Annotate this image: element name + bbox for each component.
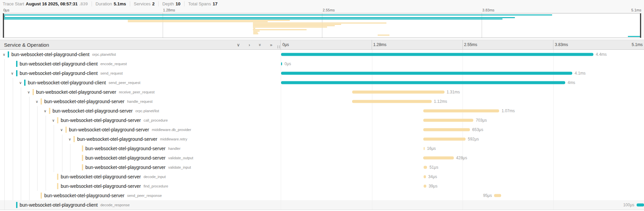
span-bar[interactable] [494, 194, 501, 197]
timeline-gridline [553, 97, 554, 106]
double-chevron-right-icon[interactable]: » [270, 43, 272, 47]
span-name-cell[interactable]: ∨ bun-websocket-otel-playground-server h… [0, 144, 281, 153]
span-bar[interactable] [281, 81, 565, 84]
indent-guide [54, 134, 54, 144]
span-row[interactable]: ∨ bun-websocket-otel-playground-server m… [0, 125, 644, 134]
service-color-swatch [65, 127, 67, 133]
span-name-cell[interactable]: ∨ bun-websocket-otel-playground-server c… [0, 116, 281, 125]
span-name-cell[interactable]: ∨ bun-websocket-otel-playground-server d… [0, 172, 281, 181]
span-name-cell[interactable]: ∨ bun-websocket-otel-playground-server o… [0, 106, 281, 116]
span-timeline-cell[interactable]: 34μs [281, 172, 644, 181]
minimap-left-handle[interactable] [3, 13, 4, 38]
span-row[interactable]: ∨ bun-websocket-otel-playground-client s… [0, 78, 644, 87]
span-duration-label: 592μs [468, 137, 479, 141]
chevron-down-icon[interactable]: ∨ [68, 137, 73, 141]
span-timeline-cell[interactable]: 51μs [281, 163, 644, 172]
span-row[interactable]: ∨ bun-websocket-otel-playground-server d… [0, 172, 644, 181]
span-timeline-cell[interactable]: 653μs [281, 125, 644, 134]
timeline-tick-label: 2.55ms [464, 42, 477, 47]
span-row[interactable]: ∨ bun-websocket-otel-playground-client e… [0, 59, 644, 69]
span-name-cell[interactable]: ∨ bun-websocket-otel-playground-client d… [0, 200, 281, 210]
span-name-cell[interactable]: ∨ bun-websocket-otel-playground-client s… [0, 69, 281, 78]
span-bar[interactable] [352, 100, 432, 103]
span-timeline-cell[interactable]: 1.07ms [281, 106, 644, 116]
span-name-cell[interactable]: ∨ bun-websocket-otel-playground-server s… [0, 191, 281, 200]
span-duration-label: 4.1ms [575, 71, 586, 76]
span-name-cell[interactable]: ∨ bun-websocket-otel-playground-client o… [0, 50, 281, 59]
span-timeline-cell[interactable]: 1.12ms [281, 97, 644, 106]
timeline-gridline [372, 144, 372, 153]
double-chevron-down-icon[interactable]: » [258, 43, 262, 46]
span-name-cell[interactable]: ∨ bun-websocket-otel-playground-client e… [0, 59, 281, 69]
span-row[interactable]: ∨ bun-websocket-otel-playground-server h… [0, 97, 644, 106]
span-timeline-cell[interactable]: 1.31ms [281, 87, 644, 97]
timeline-gridline [553, 87, 554, 97]
span-timeline-cell[interactable]: 39μs [281, 181, 644, 191]
chevron-down-icon[interactable]: ∨ [237, 43, 240, 47]
span-bar[interactable] [423, 128, 470, 131]
span-name-cell[interactable]: ∨ bun-websocket-otel-playground-server v… [0, 153, 281, 163]
span-bar[interactable] [281, 53, 593, 56]
span-bar[interactable] [424, 175, 426, 178]
span-timeline-cell[interactable]: 16μs [281, 144, 644, 153]
span-bar[interactable] [424, 166, 427, 169]
span-row[interactable]: ∨ bun-websocket-otel-playground-client o… [0, 50, 644, 59]
trace-header-zone: Trace Start August 16 2025, 08:57:31.839… [0, 0, 644, 40]
span-timeline-cell[interactable]: 4.4ms [281, 50, 644, 59]
span-row[interactable]: ∨ bun-websocket-otel-playground-server h… [0, 144, 644, 153]
span-name-cell[interactable]: ∨ bun-websocket-otel-playground-server v… [0, 163, 281, 172]
span-timeline-cell[interactable]: 95μs [281, 191, 644, 200]
span-row[interactable]: ∨ bun-websocket-otel-playground-client d… [0, 200, 644, 210]
chevron-down-icon[interactable]: ∨ [60, 128, 65, 132]
span-bar[interactable] [424, 147, 425, 150]
span-row[interactable]: ∨ bun-websocket-otel-playground-server v… [0, 153, 644, 163]
span-bar[interactable] [423, 157, 454, 160]
indent-guide [13, 181, 13, 191]
span-name-cell[interactable]: ∨ bun-websocket-otel-playground-server h… [0, 97, 281, 106]
indent-guide [4, 144, 5, 153]
span-row[interactable]: ∨ bun-websocket-otel-playground-server o… [0, 106, 644, 116]
column-resizer[interactable] [277, 45, 280, 48]
span-row[interactable]: ∨ bun-websocket-otel-playground-server f… [0, 181, 644, 191]
span-timeline-cell[interactable]: 100μs [281, 200, 644, 210]
span-timeline-cell[interactable]: 592μs [281, 134, 644, 144]
span-timeline-cell[interactable]: 0μs [281, 59, 644, 69]
span-bar[interactable] [424, 185, 426, 188]
chevron-down-icon[interactable]: ∨ [19, 81, 24, 85]
span-row[interactable]: ∨ bun-websocket-otel-playground-server m… [0, 134, 644, 144]
span-name-cell[interactable]: ∨ bun-websocket-otel-playground-server m… [0, 134, 281, 144]
span-name-cell[interactable]: ∨ bun-websocket-otel-playground-client s… [0, 78, 281, 87]
span-row[interactable]: ∨ bun-websocket-otel-playground-server r… [0, 87, 644, 97]
indent-guide [13, 191, 13, 200]
span-bar[interactable] [637, 204, 644, 207]
chevron-down-icon[interactable]: ∨ [3, 53, 8, 56]
span-bar[interactable] [281, 62, 282, 66]
span-timeline-cell[interactable]: 4.1ms [281, 69, 644, 78]
chevron-down-icon[interactable]: ∨ [28, 90, 33, 94]
span-row[interactable]: ∨ bun-websocket-otel-playground-server c… [0, 116, 644, 125]
span-bar[interactable] [281, 72, 572, 75]
minimap-right-handle[interactable] [640, 13, 641, 38]
span-timeline-cell[interactable]: 703μs [281, 116, 644, 125]
span-name-cell[interactable]: ∨ bun-websocket-otel-playground-server f… [0, 181, 281, 191]
span-bar[interactable] [423, 138, 466, 141]
span-bar[interactable] [352, 91, 444, 94]
trace-minimap[interactable] [3, 13, 641, 38]
span-row[interactable]: ∨ bun-websocket-otel-playground-client s… [0, 69, 644, 78]
chevron-down-icon[interactable]: ∨ [44, 109, 49, 113]
chevron-down-icon[interactable]: ∨ [52, 119, 57, 122]
service-name: bun-websocket-otel-playground-server [44, 193, 124, 198]
total-spans-label: Total Spans [188, 1, 211, 6]
span-bar[interactable] [423, 110, 499, 113]
chevron-right-icon[interactable]: › [249, 43, 250, 47]
span-timeline-cell[interactable]: 428μs [281, 153, 644, 163]
indent-guide [13, 97, 13, 106]
span-bar[interactable] [423, 119, 474, 122]
chevron-down-icon[interactable]: ∨ [36, 100, 41, 103]
span-row[interactable]: ∨ bun-websocket-otel-playground-server v… [0, 163, 644, 172]
span-name-cell[interactable]: ∨ bun-websocket-otel-playground-server r… [0, 87, 281, 97]
span-timeline-cell[interactable]: 4ms [281, 78, 644, 87]
span-name-cell[interactable]: ∨ bun-websocket-otel-playground-server m… [0, 125, 281, 134]
span-row[interactable]: ∨ bun-websocket-otel-playground-server s… [0, 191, 644, 200]
chevron-down-icon[interactable]: ∨ [11, 72, 16, 75]
